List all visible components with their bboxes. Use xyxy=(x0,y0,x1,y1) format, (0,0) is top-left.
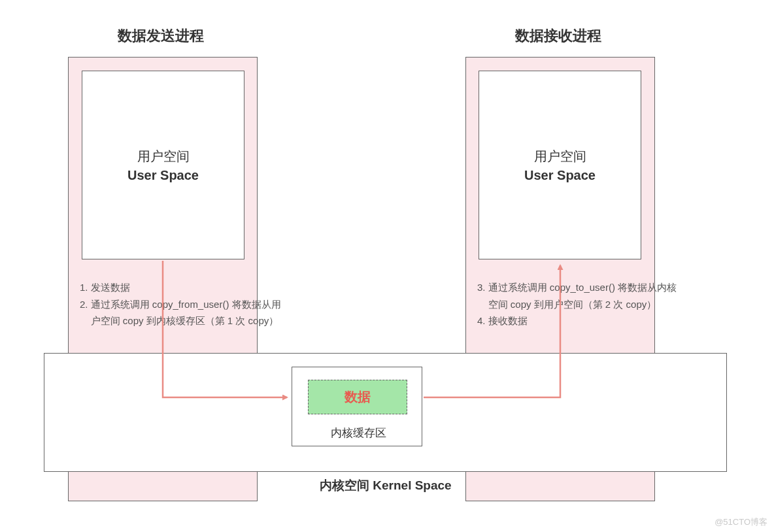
user-space-label-cn: 用户空间 xyxy=(534,148,586,165)
step-3a: 3. 通过系统调用 copy_to_user() 将数据从内核 xyxy=(477,279,677,296)
step-2b: 户空间 copy 到内核缓存区（第 1 次 copy） xyxy=(80,312,281,329)
watermark: @51CTO博客 xyxy=(715,516,767,528)
data-box: 数据 xyxy=(308,380,407,414)
sender-process-title: 数据发送进程 xyxy=(118,26,204,46)
step-3b: 空间 copy 到用户空间（第 2 次 copy） xyxy=(477,296,677,313)
user-space-label-en: User Space xyxy=(127,168,199,183)
sender-user-space-box: 用户空间 User Space xyxy=(82,71,244,259)
user-space-label-cn: 用户空间 xyxy=(137,148,190,165)
receiver-process-title: 数据接收进程 xyxy=(515,26,601,46)
kernel-space-label: 内核空间 Kernel Space xyxy=(320,477,452,494)
step-2a: 2. 通过系统调用 copy_from_user() 将数据从用 xyxy=(80,296,281,313)
receiver-user-space-box: 用户空间 User Space xyxy=(479,71,641,259)
user-space-label-en: User Space xyxy=(524,168,596,183)
receiver-steps: 3. 通过系统调用 copy_to_user() 将数据从内核 空间 copy … xyxy=(477,279,677,329)
kernel-buffer-label: 内核缓存区 xyxy=(331,425,386,441)
step-1: 1. 发送数据 xyxy=(80,279,281,296)
sender-steps: 1. 发送数据 2. 通过系统调用 copy_from_user() 将数据从用… xyxy=(80,279,281,329)
step-4: 4. 接收数据 xyxy=(477,312,677,329)
data-label: 数据 xyxy=(345,388,371,406)
